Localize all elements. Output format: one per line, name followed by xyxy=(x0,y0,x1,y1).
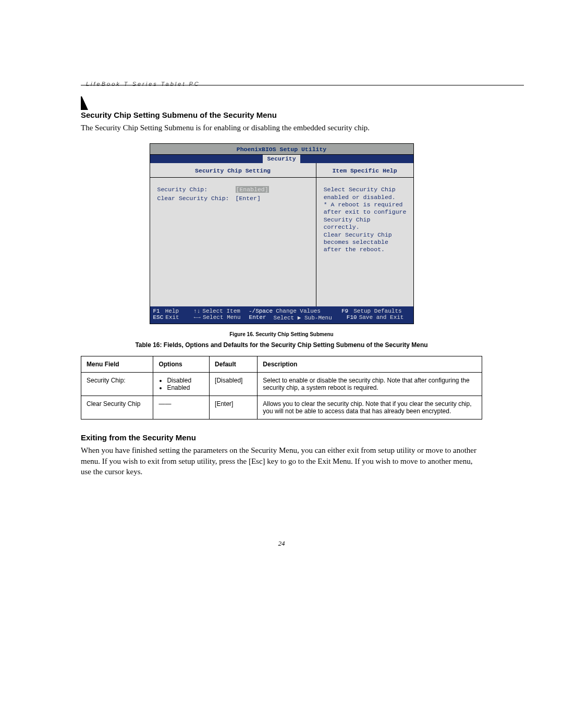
foot-label: Help xyxy=(165,308,179,314)
bios-left-header: Security Chip Setting xyxy=(150,163,316,178)
help-line: Select Security Chip xyxy=(324,186,408,193)
help-line: * A reboot is required xyxy=(324,201,408,208)
figure-caption: Figure 16. Security Chip Setting Submenu xyxy=(81,331,482,337)
intro-paragraph: The Security Chip Setting Submenu is for… xyxy=(81,122,482,133)
bios-footer: F1 Help ↑↓ Select Item -/Space Change Va… xyxy=(150,306,413,324)
foot-label: Change Values xyxy=(276,308,321,314)
foot-label: Select ▶ Sub-Menu xyxy=(274,314,332,321)
help-line: enabled or disabled. xyxy=(324,194,408,201)
setting-label: Security Chip: xyxy=(157,186,236,193)
bios-settings: Security Chip: [Enabled] Clear Security … xyxy=(150,178,316,209)
option-item: Disabled xyxy=(167,377,204,384)
foot-label: Select Item xyxy=(202,308,240,314)
help-line: after exit to configure xyxy=(324,208,408,216)
help-line: Clear Security Chip xyxy=(324,231,408,239)
help-line: Security Chip correctly. xyxy=(324,216,408,231)
foot-label: Select Menu xyxy=(203,314,241,321)
foot-key: -/Space xyxy=(249,308,273,314)
help-line: after the reboot. xyxy=(324,246,408,253)
cell-field: Security Chip: xyxy=(81,373,153,396)
foot-key: F9 xyxy=(341,308,348,314)
th-menu-field: Menu Field xyxy=(81,356,153,373)
bios-help-text: Select Security Chip enabled or disabled… xyxy=(316,178,413,258)
bios-panel: PhoenixBIOS Setup Utility Security Secur… xyxy=(150,143,414,324)
foot-key: F10 xyxy=(347,314,357,321)
corner-mark-icon xyxy=(81,96,89,110)
option-item: Enabled xyxy=(167,384,204,391)
cell-description: Allows you to clear the security chip. N… xyxy=(258,396,482,419)
leftright-arrow-icon: ←→ xyxy=(194,314,201,321)
foot-label: Exit xyxy=(165,314,179,321)
table-row: Security Chip: Disabled Enabled [Disable… xyxy=(81,373,482,396)
table-header-row: Menu Field Options Default Description xyxy=(81,356,482,373)
foot-key: Enter xyxy=(249,314,266,321)
setting-label: Clear Security Chip: xyxy=(157,195,236,202)
cell-field: Clear Security Chip xyxy=(81,396,153,419)
foot-label: Save and Exit xyxy=(359,314,404,321)
updown-arrow-icon: ↑↓ xyxy=(193,308,200,314)
foot-label: Setup Defaults xyxy=(353,308,401,314)
th-default: Default xyxy=(210,356,258,373)
bios-title: PhoenixBIOS Setup Utility xyxy=(150,144,413,155)
running-head: LifeBook T Series Tablet PC xyxy=(86,81,482,87)
th-options: Options xyxy=(153,356,210,373)
th-description: Description xyxy=(258,356,482,373)
table-caption: Table 16: Fields, Options and Defaults f… xyxy=(81,341,482,349)
section-heading-1: Security Chip Setting Submenu of the Sec… xyxy=(81,110,482,119)
exit-paragraph: When you have finished setting the param… xyxy=(81,445,482,477)
cell-default: [Enter] xyxy=(210,396,258,419)
bios-tab-security: Security xyxy=(263,155,300,163)
section-heading-2: Exiting from the Security Menu xyxy=(81,433,482,442)
cell-default: [Disabled] xyxy=(210,373,258,396)
table-row: Clear Security Chip —— [Enter] Allows yo… xyxy=(81,396,482,419)
foot-key: F1 xyxy=(153,308,160,314)
setting-row: Clear Security Chip: [Enter] xyxy=(157,195,311,202)
setting-value: [Enter] xyxy=(236,195,261,202)
bios-tabs: Security xyxy=(150,155,413,163)
cell-options-empty: —— xyxy=(153,396,210,419)
cell-options: Disabled Enabled xyxy=(153,373,210,396)
page-number: 24 xyxy=(81,539,482,548)
help-line: becomes selectable xyxy=(324,239,408,246)
cell-description: Select to enable or disable the security… xyxy=(258,373,482,396)
setting-value-highlighted: [Enabled] xyxy=(236,186,269,193)
bios-right-header: Item Specific Help xyxy=(316,163,413,178)
setting-row: Security Chip: [Enabled] xyxy=(157,186,311,193)
fields-table: Menu Field Options Default Description S… xyxy=(81,356,482,419)
foot-key: ESC xyxy=(153,314,164,321)
